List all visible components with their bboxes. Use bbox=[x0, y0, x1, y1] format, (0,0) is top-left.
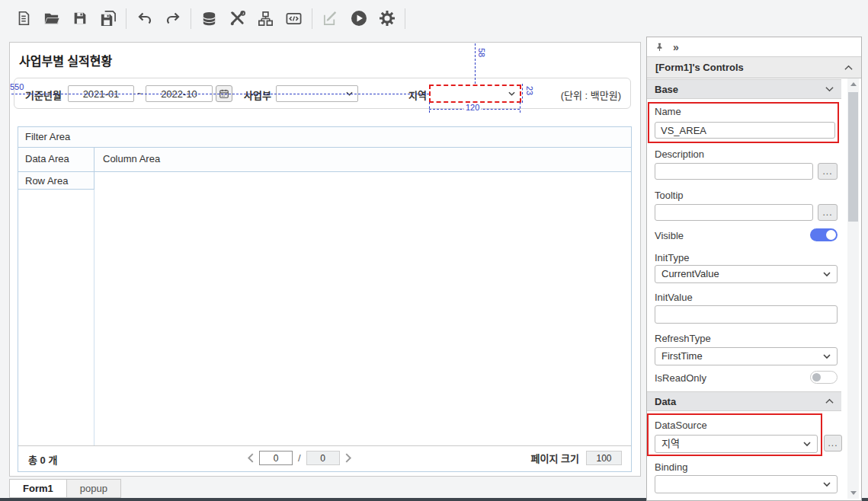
data-source-editor-button[interactable]: ... bbox=[824, 435, 842, 452]
main-toolbar bbox=[0, 0, 868, 37]
sitemap-icon bbox=[257, 10, 274, 27]
run-button[interactable] bbox=[344, 4, 373, 33]
database-icon bbox=[200, 10, 218, 27]
chevron-down-icon bbox=[825, 86, 834, 92]
triangle-down-icon bbox=[850, 491, 857, 495]
edit-icon bbox=[322, 10, 339, 27]
code-icon bbox=[285, 10, 303, 27]
init-type-dropdown[interactable]: CurrentValue bbox=[655, 265, 838, 283]
calendar-button[interactable] bbox=[216, 85, 232, 102]
tooltip-editor-button[interactable]: ... bbox=[818, 204, 838, 221]
description-editor-button[interactable]: ... bbox=[818, 163, 838, 180]
pin-button[interactable] bbox=[655, 42, 665, 52]
region-label: 지역 bbox=[408, 88, 427, 102]
undo-icon bbox=[136, 9, 154, 27]
toolbar-separator bbox=[405, 8, 405, 29]
open-folder-icon bbox=[43, 10, 60, 27]
property-list: Base Name Description ... Tooltip ... Vi… bbox=[647, 77, 861, 500]
description-input[interactable] bbox=[655, 163, 813, 180]
pivot-grid-designer: Filter Area Data Area Column Area Row Ar… bbox=[18, 126, 632, 472]
build-tools-button[interactable] bbox=[223, 4, 251, 33]
triangle-up-icon bbox=[850, 82, 857, 86]
sitemap-button[interactable] bbox=[251, 4, 280, 33]
width-guide-line bbox=[429, 109, 520, 110]
database-button[interactable] bbox=[195, 4, 223, 33]
filter-area-zone[interactable]: Filter Area bbox=[18, 127, 631, 148]
page-slash: / bbox=[298, 452, 301, 464]
unit-note: (단위 : 백만원) bbox=[561, 88, 621, 102]
name-input[interactable] bbox=[655, 122, 835, 139]
build-tools-icon bbox=[229, 10, 246, 27]
save-button[interactable] bbox=[66, 4, 94, 33]
is-read-only-label: IsReadOnly bbox=[655, 372, 706, 384]
toolbar-separator bbox=[312, 8, 312, 29]
chevron-down-icon bbox=[823, 354, 831, 359]
init-type-value: CurrentValue bbox=[661, 268, 719, 279]
settings-button[interactable] bbox=[373, 4, 401, 33]
new-document-button[interactable] bbox=[9, 4, 37, 33]
save-all-button[interactable] bbox=[94, 4, 122, 33]
tab-form1[interactable]: Form1 bbox=[9, 479, 67, 498]
controls-panel-header[interactable]: [Form1]'s Controls bbox=[647, 57, 861, 78]
tooltip-input[interactable] bbox=[655, 204, 813, 221]
section-base-title: Base bbox=[655, 84, 678, 95]
collapse-panel-button[interactable]: » bbox=[673, 42, 679, 53]
binding-label: Binding bbox=[655, 461, 687, 473]
tooltip-label: Tooltip bbox=[655, 190, 684, 201]
top-distance-label: 58 bbox=[477, 48, 485, 57]
form-tab-bar: Form1 popup bbox=[9, 479, 121, 498]
date-to-input[interactable] bbox=[146, 85, 213, 102]
scrollbar-up-button[interactable] bbox=[847, 78, 859, 90]
refresh-type-label: RefreshType bbox=[655, 333, 711, 344]
filter-toolbar: 기준년월 ~ 사업부 지역 (단위 : 백만원) bbox=[14, 78, 631, 109]
toggle-knob bbox=[826, 230, 836, 240]
new-document-icon bbox=[15, 10, 32, 27]
redo-button[interactable] bbox=[159, 4, 187, 33]
open-file-button[interactable] bbox=[37, 4, 66, 33]
is-read-only-toggle[interactable] bbox=[810, 371, 838, 384]
pager-controls: / bbox=[247, 451, 352, 465]
row-area-zone[interactable]: Row Area bbox=[18, 172, 94, 190]
section-base[interactable]: Base bbox=[647, 79, 841, 99]
scrollbar-down-button[interactable] bbox=[847, 487, 859, 499]
edit-button[interactable] bbox=[316, 4, 344, 33]
prev-page-button[interactable] bbox=[247, 453, 254, 463]
total-pages-input[interactable] bbox=[306, 451, 340, 465]
toggle-knob bbox=[812, 373, 821, 381]
undo-button[interactable] bbox=[130, 4, 159, 33]
page-title: 사업부별 실적현황 bbox=[19, 51, 112, 69]
refresh-type-dropdown[interactable]: FirstTime bbox=[655, 347, 838, 365]
section-data[interactable]: Data bbox=[647, 391, 841, 411]
chevron-down-icon bbox=[823, 272, 831, 277]
binding-dropdown[interactable] bbox=[655, 475, 838, 493]
current-page-input[interactable] bbox=[259, 451, 293, 465]
code-editor-button[interactable] bbox=[280, 4, 308, 33]
data-source-dropdown[interactable]: 지역 bbox=[655, 435, 818, 453]
page-size-input[interactable] bbox=[586, 451, 622, 465]
description-label: Description bbox=[655, 148, 704, 160]
division-dropdown[interactable] bbox=[276, 85, 358, 102]
app-window: 사업부별 실적현황 기준년월 ~ 사업부 지역 (단위 : 백만원) 550 5… bbox=[0, 0, 868, 501]
date-from-input[interactable] bbox=[68, 85, 134, 102]
chevron-down-icon bbox=[803, 442, 811, 447]
scrollbar-thumb[interactable] bbox=[848, 92, 858, 222]
pushpin-icon bbox=[655, 42, 665, 52]
properties-panel: » [Form1]'s Controls Base Name Descripti… bbox=[646, 37, 862, 501]
grid-column-divider bbox=[94, 190, 94, 446]
visible-toggle[interactable] bbox=[810, 228, 838, 241]
next-page-button[interactable] bbox=[345, 453, 352, 463]
settings-gear-icon bbox=[378, 9, 396, 27]
column-area-zone[interactable]: Column Area bbox=[94, 148, 631, 171]
panel-scrollbar[interactable] bbox=[847, 78, 859, 499]
tab-popup[interactable]: popup bbox=[66, 479, 121, 498]
toolbar-separator bbox=[191, 8, 191, 29]
chevron-down-icon bbox=[346, 91, 353, 97]
total-count-text: 총 0 개 bbox=[28, 452, 57, 467]
region-dropdown-selected[interactable] bbox=[429, 85, 521, 103]
init-value-input[interactable] bbox=[655, 305, 838, 324]
page-size-label: 페이지 크기 bbox=[531, 451, 579, 465]
run-icon bbox=[350, 9, 368, 27]
data-area-zone[interactable]: Data Area bbox=[18, 148, 94, 171]
form-design-canvas: 사업부별 실적현황 기준년월 ~ 사업부 지역 (단위 : 백만원) 550 5… bbox=[9, 42, 641, 477]
controls-panel-title: [Form1]'s Controls bbox=[655, 62, 744, 73]
